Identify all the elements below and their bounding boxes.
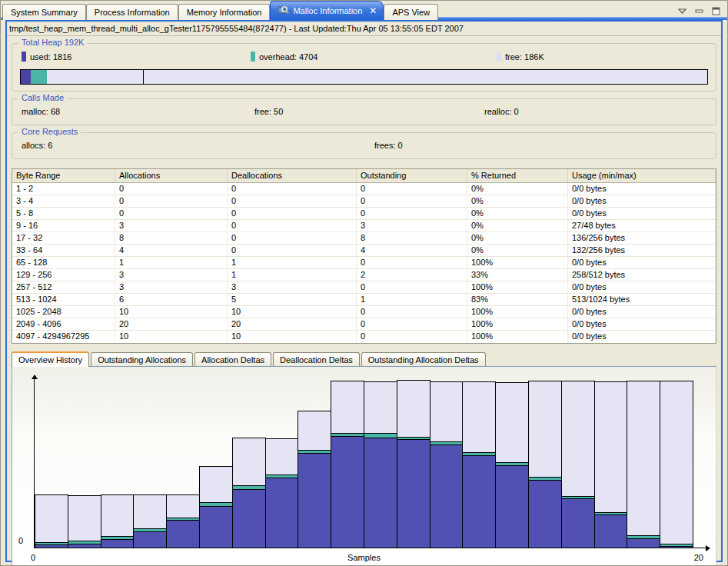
chart-bar — [68, 495, 101, 548]
bar-segment-free — [298, 411, 331, 451]
table-row[interactable]: 3 - 40000%0/0 bytes — [12, 195, 716, 208]
table-row[interactable]: 1 - 20000%0/0 bytes — [12, 183, 716, 195]
column-header-outstanding[interactable]: Outstanding — [357, 169, 467, 182]
bar-segment-free — [495, 382, 529, 463]
table-cell: 100% — [467, 318, 568, 330]
heap-legend-item-free: free: 186K — [497, 52, 544, 62]
table-cell: 5 - 8 — [12, 208, 115, 219]
tab-outstanding-allocation-deltas[interactable]: Outstanding Allocation Deltas — [361, 352, 486, 366]
table-cell: 4 — [357, 245, 467, 256]
heap-segment-free — [47, 70, 707, 84]
table-cell: 4 — [115, 245, 228, 256]
process-path-text: tmp/test_heap_mem_thread_multi_alloc_gTe… — [9, 24, 464, 33]
table-row[interactable]: 17 - 328080%136/256 bytes — [12, 232, 716, 245]
table-row[interactable]: 1025 - 204810100100%0/0 bytes — [12, 306, 716, 318]
column-header-allocations[interactable]: Allocations — [115, 169, 228, 182]
table-cell: 0/0 bytes — [568, 208, 716, 219]
tab-aps-view[interactable]: APS View — [384, 4, 438, 20]
bar-segment-free — [68, 495, 101, 541]
minimize-icon[interactable] — [694, 5, 704, 13]
tab-system-summary[interactable]: System Summary — [2, 4, 86, 20]
bar-segment-free — [133, 494, 167, 529]
bar-segment-free — [462, 381, 496, 453]
x-axis-title: Samples — [347, 553, 381, 562]
view-menu-icon[interactable] — [677, 5, 687, 13]
chart-bar — [265, 438, 299, 548]
bar-segment-used — [166, 520, 200, 548]
table-cell: 0/0 bytes — [568, 183, 716, 195]
table-row[interactable]: 257 - 512330100%0/0 bytes — [12, 281, 716, 294]
table-cell: 0/0 bytes — [568, 257, 716, 268]
table-cell: 0 — [228, 232, 357, 244]
maximize-icon[interactable] — [711, 5, 721, 13]
table-row[interactable]: 33 - 644040%132/256 bytes — [12, 245, 716, 257]
table-cell: 132/256 bytes — [568, 245, 716, 256]
bar-segment-used — [199, 506, 233, 548]
column-header-returned[interactable]: % Returned — [467, 169, 568, 182]
tab-deallocation-deltas[interactable]: Deallocation Deltas — [273, 352, 360, 366]
bar-segment-free — [528, 381, 562, 478]
bar-segment-used — [594, 514, 628, 548]
chart-bar — [495, 382, 529, 548]
table-row[interactable]: 513 - 102465183%513/1024 bytes — [12, 294, 716, 306]
chart-bar — [331, 381, 364, 548]
table-cell: 33 - 64 — [12, 245, 115, 256]
x-axis — [34, 548, 710, 548]
table-cell: 0 — [357, 195, 467, 207]
table-cell: 3 — [228, 281, 357, 293]
x-axis-tick-0: 0 — [31, 553, 35, 562]
y-axis-tick-0: 0 — [18, 536, 23, 545]
chart-plot-area — [34, 373, 710, 548]
table-cell: 100% — [467, 281, 568, 293]
column-header-byte-range[interactable]: Byte Range — [12, 169, 115, 182]
table-cell: 8 — [115, 232, 228, 244]
bar-segment-used — [298, 453, 331, 548]
bar-segment-free — [627, 381, 660, 536]
bar-segment-free — [232, 438, 266, 486]
tab-malloc-information[interactable]: Malloc Information✕ — [270, 1, 384, 20]
table-row[interactable]: 5 - 80000%0/0 bytes — [12, 208, 716, 220]
tab-outstanding-allocations[interactable]: Outstanding Allocations — [91, 352, 193, 366]
process-info-bar: tmp/test_heap_mem_thread_multi_alloc_gTe… — [7, 22, 721, 36]
tab-allocation-deltas[interactable]: Allocation Deltas — [194, 352, 271, 366]
bar-segment-used — [364, 438, 397, 548]
view-tab-bar: System SummaryProcess InformationMemory … — [1, 1, 727, 20]
tab-memory-information[interactable]: Memory Information — [178, 4, 271, 20]
bar-segment-used — [495, 465, 529, 548]
core-requests-group: Core Requests allocs: 6frees: 0 — [12, 132, 716, 159]
table-row[interactable]: 2049 - 409620200100%0/0 bytes — [12, 318, 716, 331]
bar-segment-used — [528, 480, 562, 548]
table-cell: 0 — [357, 281, 467, 293]
table-row[interactable]: 129 - 25631233%258/512 bytes — [12, 269, 716, 281]
table-cell: 8 — [357, 232, 467, 244]
tab-overview-history[interactable]: Overview History — [12, 351, 89, 367]
table-cell: 0% — [467, 183, 568, 195]
heap-legend: used: 1816overhead: 4704free: 186K — [20, 52, 708, 64]
table-cell: 83% — [467, 294, 568, 305]
heap-usage-bar — [20, 69, 708, 85]
column-header-deallocations[interactable]: Deallocations — [228, 169, 357, 182]
table-cell: 513 - 1024 — [12, 294, 115, 305]
table-row[interactable]: 65 - 128110100%0/0 bytes — [12, 257, 716, 269]
table-cell: 0% — [467, 232, 568, 244]
core-requests-stats: allocs: 6frees: 0 — [20, 141, 708, 152]
table-row[interactable]: 4097 - 429496729510100100%0/0 bytes — [12, 331, 716, 343]
close-icon[interactable]: ✕ — [369, 5, 377, 16]
calls-free: free: 50 — [254, 107, 283, 116]
table-cell: 100% — [467, 331, 568, 343]
table-cell: 0/0 bytes — [568, 195, 716, 207]
table-cell: 257 - 512 — [12, 281, 115, 293]
view-content-frame: tmp/test_heap_mem_thread_multi_alloc_gTe… — [5, 20, 723, 562]
tab-process-information[interactable]: Process Information — [86, 4, 178, 20]
table-cell: 0/0 bytes — [568, 306, 716, 318]
view-controls — [677, 5, 721, 13]
table-cell: 27/48 bytes — [568, 220, 716, 231]
table-body: 1 - 20000%0/0 bytes3 - 40000%0/0 bytes5 … — [12, 183, 716, 343]
bar-segment-free — [397, 380, 430, 438]
table-cell: 33% — [467, 269, 568, 281]
table-row[interactable]: 9 - 163030%27/48 bytes — [12, 220, 716, 232]
column-header-usage-min-max[interactable]: Usage (min/max) — [568, 169, 716, 182]
bar-segment-used — [331, 436, 364, 548]
table-cell: 136/256 bytes — [568, 232, 716, 244]
chart-bar — [627, 381, 660, 548]
